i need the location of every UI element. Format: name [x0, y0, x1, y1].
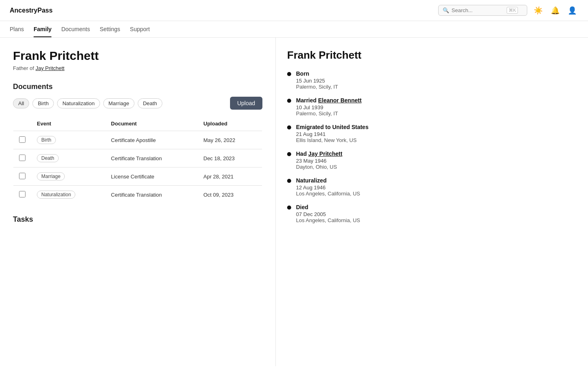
tab-support[interactable]: Support	[130, 21, 150, 37]
timeline-item: Naturalized 12 Aug 1946 Los Angeles, Cal…	[287, 177, 402, 197]
parent-link[interactable]: Jay Pritchett	[36, 65, 65, 71]
timeline-dot-5	[287, 206, 291, 210]
row-checkbox-cell	[13, 168, 32, 186]
timeline-link-1[interactable]: Eleanor Bennett	[318, 97, 361, 104]
timeline-link-3[interactable]: Jay Pritchett	[308, 151, 342, 157]
timeline-event-3: Had Jay Pritchett	[296, 151, 342, 157]
row-event-3: Naturalization	[31, 186, 105, 204]
person-name: Frank Pritchett	[13, 49, 262, 63]
timeline-event-0: Born	[296, 70, 338, 77]
filter-naturalization[interactable]: Naturalization	[57, 98, 100, 108]
profile-button[interactable]: 👤	[566, 4, 578, 17]
theme-toggle-button[interactable]: ☀️	[532, 4, 544, 17]
row-event-2: Marriage	[31, 168, 105, 186]
timeline-event-2: Emigrated to United States	[296, 124, 369, 130]
timeline-item: Had Jay Pritchett 23 May 1946 Dayton, Oh…	[287, 151, 402, 170]
upload-button[interactable]: Upload	[230, 97, 262, 110]
timeline-dot-0	[287, 72, 291, 76]
timeline-item: Born 15 Jun 1925 Palermo, Sicily, IT	[287, 70, 402, 90]
timeline-content-2: Emigrated to United States 21 Aug 1941 E…	[296, 124, 369, 143]
tab-family[interactable]: Family	[34, 21, 51, 37]
table-row: Birth Certificate Apostille May 26, 2022	[13, 131, 262, 149]
notifications-button[interactable]: 🔔	[549, 4, 561, 17]
timeline-dot-3	[287, 152, 291, 156]
tab-documents[interactable]: Documents	[61, 21, 90, 37]
search-wrap: 🔍 ⌘K	[438, 5, 527, 16]
timeline-content-4: Naturalized 12 Aug 1946 Los Angeles, Cal…	[296, 177, 360, 197]
col-event: Event	[31, 117, 105, 131]
timeline-place-1: Palermo, Sicily, IT	[296, 110, 362, 117]
timeline-item: Married Eleanor Bennett 10 Jul 1939 Pale…	[287, 97, 402, 117]
app-title: AncestryPass	[10, 7, 53, 14]
row-document-0: Certificate Apostille	[105, 131, 198, 149]
nav-tabs: Plans Family Documents Settings Support	[0, 21, 588, 38]
row-checkbox-2[interactable]	[19, 173, 26, 179]
timeline-dot-4	[287, 179, 291, 183]
search-icon: 🔍	[443, 7, 449, 13]
timeline-date-3: 23 May 1946	[296, 158, 342, 164]
timeline: Born 15 Jun 1925 Palermo, Sicily, IT Mar…	[287, 70, 402, 223]
search-shortcut: ⌘K	[507, 7, 518, 14]
sidebar: Frank Pritchett Born 15 Jun 1925 Palermo…	[275, 38, 413, 366]
col-checkbox	[13, 117, 32, 131]
main-content: Frank Pritchett Father of Jay Pritchett …	[0, 38, 275, 366]
row-document-2: License Certificate	[105, 168, 198, 186]
filter-tags: All Birth Naturalization Marriage Death	[13, 98, 162, 108]
timeline-date-2: 21 Aug 1941	[296, 131, 369, 137]
col-document: Document	[105, 117, 198, 131]
filter-birth[interactable]: Birth	[32, 98, 54, 108]
doc-filters-row: All Birth Naturalization Marriage Death …	[13, 97, 262, 110]
tasks-section-title: Tasks	[13, 215, 262, 224]
tab-plans[interactable]: Plans	[10, 21, 24, 37]
row-document-3: Certificate Translation	[105, 186, 198, 204]
event-badge-2: Marriage	[37, 172, 65, 180]
person-subtitle: Father of Jay Pritchett	[13, 65, 262, 71]
timeline-date-4: 12 Aug 1946	[296, 184, 360, 191]
sidebar-person-name: Frank Pritchett	[287, 49, 402, 62]
timeline-content-5: Died 07 Dec 2005 Los Angeles, California…	[296, 204, 360, 223]
timeline-item: Emigrated to United States 21 Aug 1941 E…	[287, 124, 402, 143]
col-uploaded: Uploaded	[198, 117, 262, 131]
table-row: Marriage License Certificate Apr 28, 202…	[13, 168, 262, 186]
table-row: Naturalization Certificate Translation O…	[13, 186, 262, 204]
timeline-place-2: Ellis Island, New York, US	[296, 137, 369, 143]
timeline-place-3: Dayton, Ohio, US	[296, 164, 342, 170]
row-uploaded-2: Apr 28, 2021	[198, 168, 262, 186]
timeline-content-1: Married Eleanor Bennett 10 Jul 1939 Pale…	[296, 97, 362, 117]
tab-settings[interactable]: Settings	[100, 21, 120, 37]
timeline-event-4: Naturalized	[296, 177, 360, 184]
timeline-dot-1	[287, 99, 291, 103]
row-document-1: Certificate Translation	[105, 149, 198, 168]
timeline-content-3: Had Jay Pritchett 23 May 1946 Dayton, Oh…	[296, 151, 342, 170]
timeline-place-5: Los Angeles, California, US	[296, 217, 360, 223]
row-uploaded-1: Dec 18, 2023	[198, 149, 262, 168]
search-input[interactable]	[452, 7, 504, 13]
layout: Frank Pritchett Father of Jay Pritchett …	[0, 38, 588, 366]
row-uploaded-0: May 26, 2022	[198, 131, 262, 149]
row-checkbox-cell	[13, 149, 32, 168]
row-checkbox-cell	[13, 186, 32, 204]
filter-marriage[interactable]: Marriage	[103, 98, 134, 108]
timeline-content-0: Born 15 Jun 1925 Palermo, Sicily, IT	[296, 70, 338, 90]
topbar: AncestryPass 🔍 ⌘K ☀️ 🔔 👤	[0, 0, 588, 21]
timeline-dot-2	[287, 125, 291, 129]
table-row: Death Certificate Translation Dec 18, 20…	[13, 149, 262, 168]
timeline-item: Died 07 Dec 2005 Los Angeles, California…	[287, 204, 402, 223]
event-badge-3: Naturalization	[37, 191, 75, 199]
timeline-event-5: Died	[296, 204, 360, 210]
documents-section-title: Documents	[13, 83, 262, 91]
timeline-date-5: 07 Dec 2005	[296, 211, 360, 217]
row-event-1: Death	[31, 149, 105, 168]
row-checkbox-1[interactable]	[19, 155, 26, 161]
filter-death[interactable]: Death	[138, 98, 162, 108]
row-checkbox-3[interactable]	[19, 191, 26, 197]
timeline-place-4: Los Angeles, California, US	[296, 191, 360, 197]
filter-all[interactable]: All	[13, 98, 29, 108]
row-checkbox-0[interactable]	[19, 136, 26, 143]
event-badge-1: Death	[37, 154, 59, 162]
row-event-0: Birth	[31, 131, 105, 149]
topbar-right: 🔍 ⌘K ☀️ 🔔 👤	[438, 4, 578, 17]
documents-table: Event Document Uploaded Birth Certificat…	[13, 116, 262, 204]
timeline-event-1: Married Eleanor Bennett	[296, 97, 362, 104]
timeline-date-1: 10 Jul 1939	[296, 104, 362, 110]
